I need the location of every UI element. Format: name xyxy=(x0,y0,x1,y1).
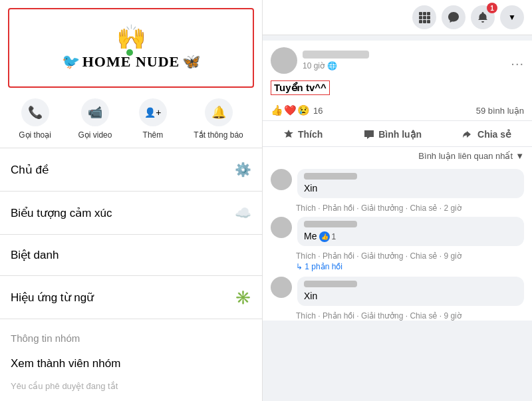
group-info-section-header: Thông tin nhóm xyxy=(0,322,262,346)
like-button[interactable]: Thích xyxy=(277,125,329,144)
divider xyxy=(0,275,262,276)
video-call-button[interactable]: 📹 Gọi video xyxy=(78,98,112,140)
mute-button[interactable]: 🔔 Tắt thông báo xyxy=(194,98,243,140)
svg-rect-6 xyxy=(419,20,422,23)
messenger-button[interactable] xyxy=(442,5,466,29)
word-effect-icon: ✳️ xyxy=(235,289,251,305)
love-reaction-icon: ❤️ xyxy=(284,104,297,116)
post-meta: 10 giờ 🌐 xyxy=(303,51,505,70)
see-members-label: Xem thành viên nhóm xyxy=(11,357,120,370)
post-action-row: Thích Bình luận Chia sẻ xyxy=(263,122,532,147)
sad-reaction-icon: 😢 xyxy=(297,104,310,116)
sort-row: Bình luận liên quan nhất ▼ xyxy=(263,147,532,165)
svg-rect-3 xyxy=(419,16,422,19)
comment-text: Xin xyxy=(304,291,317,301)
share-button[interactable]: Chia sẻ xyxy=(456,125,518,144)
commenter-name-blur xyxy=(304,281,357,287)
butterfly-icon: 🦋 xyxy=(182,53,200,70)
call-icon: 📞 xyxy=(21,98,49,126)
svg-rect-0 xyxy=(419,12,422,15)
nickname-label: Biệt danh xyxy=(11,248,59,262)
comment-action-text: Thích · Phản hồi · Giải thưởng · Chia sẻ… xyxy=(296,311,462,321)
divider xyxy=(0,191,262,192)
theme-label: Chủ đề xyxy=(11,163,49,177)
call-button[interactable]: 📞 Gọi thoại xyxy=(19,98,51,140)
comment-action-text: Thích · Phản hồi · Giải thưởng · Chia sẻ… xyxy=(296,251,462,261)
notifications-button[interactable]: 1 xyxy=(471,5,495,29)
reply-expand-button[interactable]: ↳ 1 phản hồi xyxy=(263,261,532,273)
nickname-menu-item[interactable]: Biệt danh xyxy=(0,237,262,273)
svg-rect-2 xyxy=(427,12,430,15)
approval-status-label: Yêu cầu phê duyệt đang tắt xyxy=(0,381,262,399)
comment-actions: Thích · Phản hồi · Giải thưởng · Chia sẻ… xyxy=(263,250,532,261)
svg-rect-7 xyxy=(423,20,426,23)
reaction-count: 16 xyxy=(313,106,323,116)
emoji-icon: ☁️ xyxy=(235,205,251,221)
comment-like-count: 1 xyxy=(331,232,336,241)
svg-rect-4 xyxy=(423,16,426,19)
sort-comments-button[interactable]: Bình luận liên quan nhất ▼ xyxy=(418,151,524,161)
comment-button[interactable]: Bình luận xyxy=(357,125,428,144)
comment-item: Me 👍 1 xyxy=(263,213,532,250)
reactions-row: 👍 ❤️ 😢 16 59 bình luận xyxy=(263,100,532,121)
divider xyxy=(0,148,262,148)
post-header: 10 giờ 🌐 ... xyxy=(263,41,532,78)
comment-bubble: Me 👍 1 xyxy=(297,217,524,246)
emoji-label: Biểu tượng cảm xúc xyxy=(11,206,112,220)
sort-arrow-icon: ▼ xyxy=(515,151,524,161)
svg-rect-8 xyxy=(427,20,430,23)
notification-badge: 1 xyxy=(487,3,497,13)
commenter-avatar xyxy=(271,277,292,298)
bird-icon: 🐦 xyxy=(62,53,80,70)
post-card: 10 giờ 🌐 ... Tuyển tv^^ 👍 ❤️ 😢 16 59 bìn… xyxy=(263,41,532,321)
group-name: HOME NUDE xyxy=(82,53,180,70)
grid-button[interactable] xyxy=(412,5,436,29)
action-buttons-row: 📞 Gọi thoại 📹 Gọi video 👤+ Thêm 🔔 Tắt th… xyxy=(0,88,262,145)
group-name-row: 🐦 HOME NUDE 🦋 xyxy=(62,53,201,70)
comment-item: Xin xyxy=(263,273,532,310)
theme-menu-item[interactable]: Chủ đề ⚙️ xyxy=(0,151,262,188)
comment-bubble: Xin xyxy=(297,169,524,198)
right-panel: 1 ▼ 10 giờ 🌐 ... Tuyển tv^^ 👍 ❤️ xyxy=(263,0,532,401)
sort-label-text: Bình luận liên quan nhất xyxy=(418,151,513,161)
svg-rect-5 xyxy=(427,16,430,19)
commenter-name-blur xyxy=(304,221,357,227)
group-banner: 🙌 🐦 HOME NUDE 🦋 xyxy=(8,8,254,88)
theme-icon: ⚙️ xyxy=(235,162,251,178)
like-reaction-icon: 👍 xyxy=(271,104,283,116)
emoji-menu-item[interactable]: Biểu tượng cảm xúc ☁️ xyxy=(0,194,262,231)
comment-bubble: Xin xyxy=(297,277,524,306)
post-options-button[interactable]: ... xyxy=(511,53,524,68)
add-member-button[interactable]: 👤+ Thêm xyxy=(139,98,167,140)
comment-action-text: Thích · Phản hồi · Giải thưởng · Chia sẻ… xyxy=(296,203,462,213)
call-label: Gọi thoại xyxy=(19,130,51,140)
divider xyxy=(0,234,262,235)
commenter-avatar xyxy=(271,217,292,238)
comment-count: 59 bình luận xyxy=(476,106,524,116)
mute-label: Tắt thông báo xyxy=(194,130,243,140)
comment-label: Bình luận xyxy=(378,129,422,140)
top-bar: 1 ▼ xyxy=(263,0,532,35)
add-label: Thêm xyxy=(143,130,164,140)
hand-drawing-icon: 🙌 xyxy=(116,25,146,49)
reaction-icons: 👍 ❤️ 😢 16 xyxy=(271,104,323,116)
avatar xyxy=(271,47,297,74)
account-dropdown-button[interactable]: ▼ xyxy=(500,5,524,29)
post-time: 10 giờ 🌐 xyxy=(303,61,505,70)
comment-actions: Thích · Phản hồi · Giải thưởng · Chia sẻ… xyxy=(263,202,532,213)
banner-inner: 🙌 🐦 HOME NUDE 🦋 xyxy=(9,9,253,86)
word-effect-menu-item[interactable]: Hiệu ứng từ ngữ ✳️ xyxy=(0,279,262,316)
video-label: Gọi video xyxy=(78,130,112,140)
see-members-menu-item[interactable]: Xem thành viên nhóm xyxy=(0,346,262,381)
commenter-avatar xyxy=(271,169,292,190)
bell-icon: 🔔 xyxy=(205,98,233,126)
post-author-blur xyxy=(303,51,369,59)
left-panel: 🙌 🐦 HOME NUDE 🦋 📞 Gọi thoại 📹 Gọi video … xyxy=(0,0,263,401)
post-content: Tuyển tv^^ xyxy=(263,78,532,100)
video-icon: 📹 xyxy=(81,98,109,126)
post-title: Tuyển tv^^ xyxy=(271,80,330,95)
comment-like-inline: 👍 1 xyxy=(319,231,336,242)
globe-icon: 🌐 xyxy=(327,61,337,70)
dropdown-arrow-icon: ▼ xyxy=(508,13,516,22)
online-dot xyxy=(126,49,133,56)
